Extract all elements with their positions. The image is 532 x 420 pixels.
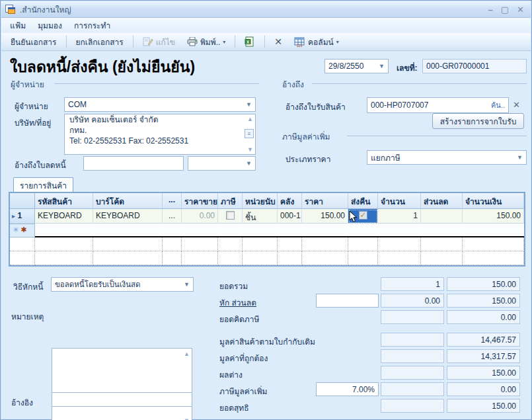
price-type-combo[interactable]: แยกภาษี ▼ [367,150,527,165]
grid-header-barcode[interactable]: บาร์โค้ด [93,193,163,209]
ref-receipt-field[interactable]: 000-HP0707007 ค้น.. [367,97,509,113]
delete-x-icon: ✕ [274,36,282,47]
reference-note-input[interactable] [52,392,192,407]
columns-button[interactable]: 123 คอลัมน์ ▾ [289,34,344,50]
vat-rate-input[interactable]: 7.00% [316,382,379,396]
cell-sale-price[interactable]: 0.00 [182,209,218,224]
create-from-receipt-button[interactable]: สร้างรายการจากใบรับ [432,113,524,129]
deduct-method-dropdown-icon: ▼ [184,281,190,288]
table-row: ▸ 1 KEYBOARD KEYBOARD ... 0.00 ชิ้น 000-… [10,209,524,224]
grid-header-qty[interactable]: จำนวน [378,193,421,209]
discount-amount: 0.00 [381,294,444,308]
title-bar: .สำนักงานใหญ่ – ▢ ✕ [1,1,531,18]
new-row-icon: ✳ [13,226,19,233]
edit-button[interactable]: แก้ไข [137,34,180,50]
menu-action[interactable]: การกระทำ [68,18,116,33]
grid-header-discount[interactable]: ส่วนลด [421,193,463,209]
toolbar-separator [235,36,235,48]
confirm-document-button[interactable]: ยืนยันเอกสาร [5,34,62,50]
tab-items[interactable]: รายการสินค้า [13,177,73,192]
supplier-label: ผู้จำหน่าย [15,100,48,112]
taxable-label: ยอดคิดภาษี [219,313,259,325]
deduct-method-combo[interactable]: ขอลดหนี้โดยรับเป็นเงินสด ▼ [51,277,194,292]
reference-note-label: อ้างอิง [11,396,33,409]
difference-label: ผลต่าง [219,368,243,381]
note-scroll-down-icon[interactable]: ▼ [184,417,190,420]
doc-no-field: 000-GR07000001 [422,59,527,73]
supplier-dropdown-icon: ▼ [246,101,252,108]
columns-dropdown-icon: ▾ [336,39,339,45]
document-date-picker[interactable]: 29/8/2550 ▼ [324,59,389,73]
grid-header-dots[interactable]: ... [163,193,182,209]
grid-header-sale-price[interactable]: ราคาขาย [182,193,218,209]
menu-bar: แฟ้ม มุมมอง การกระทำ [1,18,531,32]
grid-header-unit[interactable]: หน่วยนับ [243,193,278,209]
grid-header-warehouse[interactable]: คลัง [278,193,302,209]
new-row-indicator: ✳ ✱ [10,224,35,237]
discount-input[interactable] [316,294,379,308]
ref-credit-combo[interactable]: ▼ [188,156,256,171]
cell-price[interactable]: 150.00 [302,209,348,224]
correct-value-amount: 14,317.57 [447,349,520,363]
close-button-icon[interactable]: ✕ [517,5,524,14]
address-label: บริษัท/ที่อยู่ [15,116,51,129]
correct-value-mid [381,349,444,363]
reference-group-line [312,83,527,84]
note-scroll-up-icon[interactable]: ▲ [184,351,190,357]
toolbar-separator [66,36,67,48]
grid-header-code[interactable]: รหัสสินค้า [35,193,93,209]
difference-amount: 150.00 [447,366,520,380]
note-textarea[interactable]: ▲ ▼ [52,348,192,420]
address-memo-button[interactable]: ≡ [245,129,254,138]
cell-code[interactable]: KEYBOARD [35,209,93,224]
app-icon [5,5,16,15]
grid-header-price[interactable]: ราคา [302,193,348,209]
address-scroll-down-icon[interactable]: ▼ [247,146,253,153]
address-scroll-up-icon[interactable]: ▲ [247,116,253,122]
cell-amount[interactable]: 150.00 [463,209,524,224]
cell-dots[interactable]: ... [163,209,182,224]
toolbar-separator [264,36,265,48]
mouse-cursor-icon [349,210,358,224]
window-title: .สำนักงานใหญ่ [20,3,71,16]
return-checkbox[interactable] [359,211,367,220]
delete-button[interactable]: ✕ [269,34,287,49]
maximize-button-icon[interactable]: ▢ [501,5,509,14]
discount-link-label[interactable]: หัก ส่วนลด [219,296,256,309]
new-row-cells[interactable] [35,224,524,237]
export-excel-button[interactable]: X [239,34,260,49]
net-total-label: ยอดสุทธิ [219,401,249,414]
cell-qty[interactable]: 1 [378,209,421,224]
grid-new-row[interactable]: ✳ ✱ [10,224,524,237]
cell-unit[interactable]: ชิ้น [243,209,278,224]
columns-grid-icon: 123 [294,37,305,47]
grid-header-amount[interactable]: จำนวนเงิน [463,193,524,209]
cell-discount[interactable] [421,209,463,224]
cell-vat[interactable] [218,209,243,224]
cell-warehouse[interactable]: 000-1 [278,209,302,224]
clear-reference-icon[interactable]: ✕ [513,100,520,110]
ref-credit-label: อ้างถึงใบลดหนี้ [15,159,66,171]
deduct-method-label: วิธีหักหนี้ [13,280,43,293]
ref-credit-input[interactable] [83,156,184,171]
grid-header-vat[interactable]: ภาษี [218,193,243,209]
supplier-combo[interactable]: COM ▼ [64,97,256,112]
menu-file[interactable]: แฟ้ม [4,18,32,33]
address-memo[interactable]: บริษัท คอมเซ็นเตอร์ จำกัด กทม. Tel: 02-2… [64,114,256,155]
vat-checkbox[interactable] [226,211,235,220]
price-type-dropdown-icon: ▼ [517,154,523,161]
original-invoice-label: มูลค่าสินค้าตามใบกำกับเดิม [219,335,315,348]
minimize-button-icon[interactable]: – [488,5,493,14]
print-dropdown-icon: ▾ [223,39,225,45]
menu-view[interactable]: มุมมอง [32,18,68,33]
cancel-document-button[interactable]: ยกเลิกเอกสาร [71,34,129,50]
cell-barcode[interactable]: KEYBOARD [93,209,163,224]
grid-header-return[interactable]: ส่งคืน [348,193,378,209]
summary-total-label: ยอดรวม [219,280,248,292]
items-grid: รหัสสินค้า บาร์โค้ด ... ราคาขาย ภาษี หน่… [9,192,525,267]
grid-header-indicator [10,193,35,209]
print-button[interactable]: พิมพ์.. ▾ [182,34,231,50]
excel-icon: X [245,36,255,47]
search-link[interactable]: ค้น.. [491,99,505,111]
printer-icon [187,37,198,46]
